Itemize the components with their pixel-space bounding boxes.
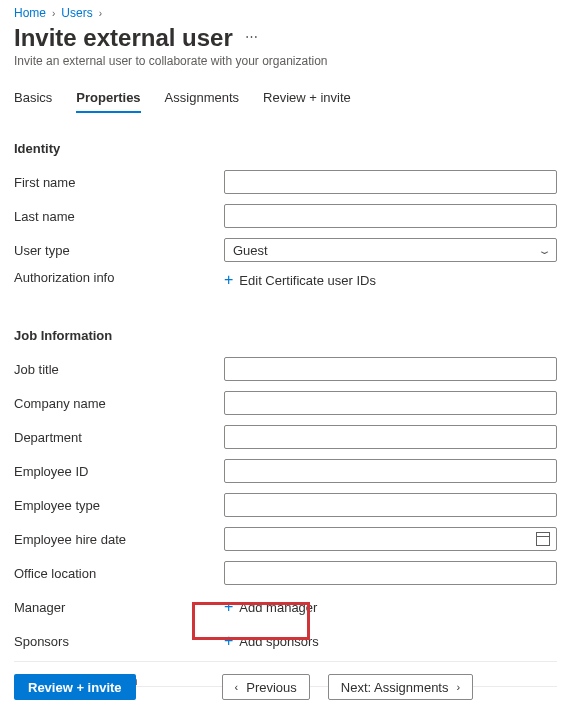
- add-sponsors-label: Add sponsors: [239, 634, 319, 649]
- label-auth-info: Authorization info: [14, 270, 224, 285]
- breadcrumb-users[interactable]: Users: [61, 6, 92, 20]
- office-location-input[interactable]: [224, 561, 557, 585]
- department-input[interactable]: [224, 425, 557, 449]
- label-manager: Manager: [14, 600, 224, 615]
- user-type-value: Guest: [233, 243, 268, 258]
- page-title: Invite external user: [14, 24, 233, 52]
- employee-hire-date-input[interactable]: [224, 527, 557, 551]
- label-user-type: User type: [14, 243, 224, 258]
- employee-id-input[interactable]: [224, 459, 557, 483]
- company-name-input[interactable]: [224, 391, 557, 415]
- previous-label: Previous: [246, 680, 297, 695]
- add-manager-label: Add manager: [239, 600, 317, 615]
- label-first-name: First name: [14, 175, 224, 190]
- next-label: Next: Assignments: [341, 680, 449, 695]
- section-identity: Identity: [14, 141, 557, 156]
- employee-type-input[interactable]: [224, 493, 557, 517]
- previous-button[interactable]: ‹ Previous: [222, 674, 310, 700]
- chevron-down-icon: ⌄: [537, 245, 551, 256]
- tab-assignments[interactable]: Assignments: [165, 90, 239, 113]
- label-last-name: Last name: [14, 209, 224, 224]
- section-job: Job Information: [14, 328, 557, 343]
- user-type-select[interactable]: Guest ⌄: [224, 238, 557, 262]
- edit-cert-link[interactable]: + Edit Certificate user IDs: [224, 270, 376, 290]
- chevron-left-icon: ‹: [235, 681, 239, 693]
- label-job-title: Job title: [14, 362, 224, 377]
- label-department: Department: [14, 430, 224, 445]
- first-name-input[interactable]: [224, 170, 557, 194]
- label-employee-type: Employee type: [14, 498, 224, 513]
- next-button[interactable]: Next: Assignments ›: [328, 674, 473, 700]
- plus-icon: +: [224, 272, 233, 288]
- tab-review[interactable]: Review + invite: [263, 90, 351, 113]
- tab-basics[interactable]: Basics: [14, 90, 52, 113]
- label-employee-id: Employee ID: [14, 464, 224, 479]
- chevron-right-icon: ›: [456, 681, 460, 693]
- last-name-input[interactable]: [224, 204, 557, 228]
- add-sponsors-link[interactable]: + Add sponsors: [224, 631, 319, 651]
- page-subtitle: Invite an external user to collaborate w…: [14, 54, 557, 68]
- chevron-right-icon: ›: [52, 8, 55, 19]
- chevron-right-icon: ›: [99, 8, 102, 19]
- label-employee-hire-date: Employee hire date: [14, 532, 224, 547]
- calendar-icon: [536, 532, 550, 546]
- label-office-location: Office location: [14, 566, 224, 581]
- footer: Review + invite ‹ Previous Next: Assignm…: [14, 661, 557, 700]
- add-manager-link[interactable]: + Add manager: [224, 597, 317, 617]
- plus-icon: +: [224, 599, 233, 615]
- label-company-name: Company name: [14, 396, 224, 411]
- plus-icon: +: [224, 633, 233, 649]
- review-invite-button[interactable]: Review + invite: [14, 674, 136, 700]
- breadcrumb-home[interactable]: Home: [14, 6, 46, 20]
- more-actions-icon[interactable]: ⋯: [245, 29, 258, 48]
- tab-properties[interactable]: Properties: [76, 90, 140, 113]
- edit-cert-label: Edit Certificate user IDs: [239, 273, 376, 288]
- job-title-input[interactable]: [224, 357, 557, 381]
- tabs: Basics Properties Assignments Review + i…: [14, 90, 557, 113]
- label-sponsors: Sponsors: [14, 634, 224, 649]
- breadcrumb: Home › Users ›: [14, 6, 557, 20]
